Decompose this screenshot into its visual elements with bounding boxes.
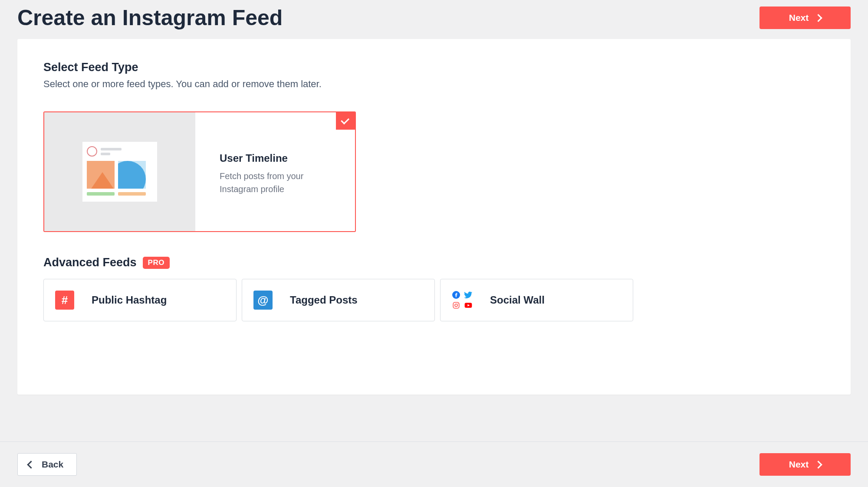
twitter-icon: [464, 291, 473, 299]
section-subtitle: Select one or more feed types. You can a…: [43, 78, 825, 90]
chevron-right-icon: [815, 459, 821, 470]
advanced-card-label: Public Hashtag: [92, 294, 167, 306]
advanced-card-tagged-posts[interactable]: @ Tagged Posts: [242, 279, 435, 321]
next-button-bottom[interactable]: Next: [760, 453, 851, 476]
hashtag-icon: #: [55, 291, 74, 310]
advanced-feeds-title: Advanced Feeds: [43, 256, 137, 269]
feed-option-user-timeline[interactable]: User Timeline Fetch posts from your Inst…: [43, 111, 356, 232]
check-icon: [342, 117, 349, 125]
next-button-label: Next: [789, 13, 809, 23]
chevron-left-icon: [28, 459, 34, 470]
back-button-label: Back: [42, 459, 63, 470]
chevron-right-icon: [815, 13, 821, 23]
feed-illustration: [44, 112, 195, 231]
advanced-feeds-header: Advanced Feeds PRO: [43, 256, 825, 269]
svg-point-3: [457, 303, 458, 304]
section-title: Select Feed Type: [43, 61, 825, 74]
feed-option-description: Fetch posts from your Instagram profile: [220, 170, 324, 196]
page-header: Create an Instagram Feed Next: [0, 0, 868, 39]
advanced-card-label: Social Wall: [490, 294, 545, 306]
advanced-card-label: Tagged Posts: [290, 294, 358, 306]
instagram-icon: [452, 301, 460, 310]
selected-check-badge: [336, 112, 355, 130]
feed-option-text: User Timeline Fetch posts from your Inst…: [195, 112, 355, 231]
feed-option-title: User Timeline: [220, 152, 338, 164]
youtube-icon: [464, 301, 473, 310]
advanced-card-public-hashtag[interactable]: # Public Hashtag: [43, 279, 237, 321]
next-button-top[interactable]: Next: [760, 7, 851, 29]
main-card: Select Feed Type Select one or more feed…: [17, 39, 851, 395]
back-button[interactable]: Back: [17, 453, 77, 476]
svg-point-2: [455, 304, 457, 307]
social-wall-icon: [452, 291, 473, 310]
page-title: Create an Instagram Feed: [17, 5, 283, 30]
footer-bar: Back Next: [0, 441, 868, 487]
next-button-label: Next: [789, 459, 809, 470]
advanced-card-social-wall[interactable]: Social Wall: [440, 279, 633, 321]
facebook-icon: [452, 291, 460, 299]
mention-icon: @: [253, 291, 273, 310]
svg-rect-1: [453, 302, 459, 308]
advanced-feeds-row: # Public Hashtag @ Tagged Posts: [43, 279, 825, 321]
pro-badge: PRO: [143, 257, 170, 269]
